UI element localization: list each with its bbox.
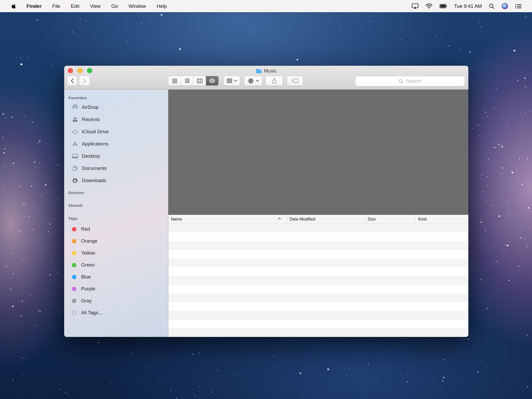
column-header-kind[interactable]: Kind bbox=[415, 215, 468, 224]
column-view-button[interactable] bbox=[193, 76, 206, 85]
sidebar-item-airdrop[interactable]: AirDrop bbox=[64, 101, 168, 113]
action-gear-button[interactable] bbox=[244, 76, 262, 86]
content-area: Name Date Modified Size Kind bbox=[168, 90, 468, 337]
sidebar-section-shared: Shared bbox=[68, 202, 168, 209]
tag-gray[interactable]: Gray bbox=[64, 295, 168, 307]
menu-app-name[interactable]: Finder bbox=[26, 3, 42, 9]
share-icon bbox=[272, 78, 277, 84]
column-header-date-modified[interactable]: Date Modified bbox=[287, 215, 365, 224]
file-list-empty[interactable] bbox=[168, 224, 468, 337]
folder-icon bbox=[256, 69, 262, 74]
share-button[interactable] bbox=[265, 76, 283, 86]
sidebar-item-label: Recents bbox=[82, 117, 100, 122]
column-header-size[interactable]: Size bbox=[365, 215, 415, 224]
siri-icon[interactable] bbox=[502, 3, 508, 9]
chevron-down-icon bbox=[256, 80, 259, 82]
tags-list: Red Orange Yellow Green Blue Purple bbox=[64, 223, 168, 319]
tag-yellow[interactable]: Yellow bbox=[64, 247, 168, 259]
tag-label: Yellow bbox=[81, 250, 95, 256]
menu-bar-status: Tue 9:41 AM bbox=[412, 3, 532, 9]
sidebar-item-label: Downloads bbox=[82, 178, 106, 183]
all-tags-icon bbox=[72, 310, 78, 315]
tag-color-dot bbox=[72, 239, 76, 243]
apple-menu-icon[interactable] bbox=[11, 3, 16, 9]
search-input[interactable]: Search bbox=[355, 76, 465, 86]
column-label: Size bbox=[368, 217, 376, 222]
tag-color-dot bbox=[72, 251, 76, 255]
all-tags-item[interactable]: All Tags... bbox=[64, 307, 168, 319]
column-label: Name bbox=[171, 217, 182, 222]
airdrop-icon bbox=[72, 104, 78, 110]
list-view-button[interactable] bbox=[181, 76, 193, 85]
column-header-name[interactable]: Name bbox=[168, 215, 287, 224]
tag-label: Green bbox=[81, 262, 95, 268]
tag-color-dot bbox=[72, 287, 76, 291]
sidebar-item-label: Applications bbox=[82, 141, 108, 147]
notification-center-icon[interactable] bbox=[515, 3, 522, 9]
sidebar-item-label: AirDrop bbox=[82, 104, 98, 110]
view-mode-control bbox=[168, 76, 219, 86]
sidebar-item-documents[interactable]: Documents bbox=[64, 162, 168, 174]
sort-ascending-icon bbox=[278, 217, 281, 220]
window-title-area: Music bbox=[64, 68, 468, 74]
tag-blue[interactable]: Blue bbox=[64, 271, 168, 283]
sidebar-section-devices: Devices bbox=[68, 190, 168, 196]
sidebar-item-downloads[interactable]: Downloads bbox=[64, 174, 168, 187]
tag-orange[interactable]: Orange bbox=[64, 235, 168, 247]
spotlight-icon[interactable] bbox=[489, 3, 495, 9]
finder-window: Music bbox=[64, 66, 468, 337]
menu-bar: Finder File Edit View Go Window Help Tue… bbox=[0, 0, 532, 12]
battery-icon[interactable] bbox=[440, 4, 447, 9]
menu-bar-clock[interactable]: Tue 9:41 AM bbox=[454, 3, 482, 9]
column-label: Kind bbox=[418, 217, 427, 222]
tag-color-dot bbox=[72, 263, 76, 267]
airplay-icon[interactable] bbox=[412, 3, 418, 9]
all-tags-label: All Tags... bbox=[81, 310, 102, 316]
tag-icon bbox=[291, 78, 298, 83]
sidebar-item-label: Documents bbox=[82, 165, 107, 171]
icon-view-button[interactable] bbox=[168, 76, 181, 85]
documents-icon bbox=[72, 165, 78, 171]
recents-icon bbox=[72, 116, 78, 123]
column-label: Date Modified bbox=[290, 217, 315, 222]
tag-button[interactable] bbox=[287, 76, 303, 86]
sidebar-item-desktop[interactable]: Desktop bbox=[64, 150, 168, 162]
forward-button[interactable] bbox=[79, 76, 90, 86]
sidebar: Favorites AirDrop Recents iCloud Drive A… bbox=[64, 90, 168, 337]
tag-green[interactable]: Green bbox=[64, 259, 168, 271]
window-title: Music bbox=[264, 68, 277, 74]
search-icon bbox=[398, 79, 403, 84]
tag-red[interactable]: Red bbox=[64, 223, 168, 235]
menu-bar-left: Finder File Edit View Go Window Help bbox=[0, 3, 167, 9]
downloads-icon bbox=[72, 177, 78, 184]
back-button[interactable] bbox=[67, 76, 77, 86]
cover-flow-view-button[interactable] bbox=[206, 76, 218, 85]
sidebar-item-applications[interactable]: Applications bbox=[64, 138, 168, 150]
desktop-icon bbox=[72, 153, 78, 159]
sidebar-item-icloud-drive[interactable]: iCloud Drive bbox=[64, 125, 168, 138]
cover-flow-pane[interactable] bbox=[168, 90, 468, 215]
tag-label: Gray bbox=[81, 298, 92, 304]
menu-view[interactable]: View bbox=[90, 3, 101, 9]
window-chrome: Music bbox=[64, 66, 468, 90]
applications-icon bbox=[72, 141, 78, 147]
sidebar-item-recents[interactable]: Recents bbox=[64, 113, 168, 125]
chevron-down-icon bbox=[234, 80, 237, 82]
menu-go[interactable]: Go bbox=[111, 3, 118, 9]
menu-help[interactable]: Help bbox=[157, 3, 167, 9]
group-by-button[interactable] bbox=[224, 76, 240, 86]
menu-edit[interactable]: Edit bbox=[71, 3, 79, 9]
sidebar-item-label: Desktop bbox=[82, 153, 100, 159]
tag-label: Orange bbox=[81, 238, 97, 244]
wifi-icon[interactable] bbox=[425, 3, 433, 9]
tag-color-dot bbox=[72, 299, 76, 303]
column-headers: Name Date Modified Size Kind bbox=[168, 215, 468, 224]
tag-color-dot bbox=[72, 227, 76, 231]
tag-color-dot bbox=[72, 275, 76, 279]
tag-label: Blue bbox=[81, 274, 91, 280]
menu-file[interactable]: File bbox=[52, 3, 60, 9]
menu-window[interactable]: Window bbox=[129, 3, 146, 9]
tag-purple[interactable]: Purple bbox=[64, 283, 168, 295]
sidebar-section-tags: Tags bbox=[68, 215, 168, 222]
tag-label: Red bbox=[81, 226, 90, 232]
